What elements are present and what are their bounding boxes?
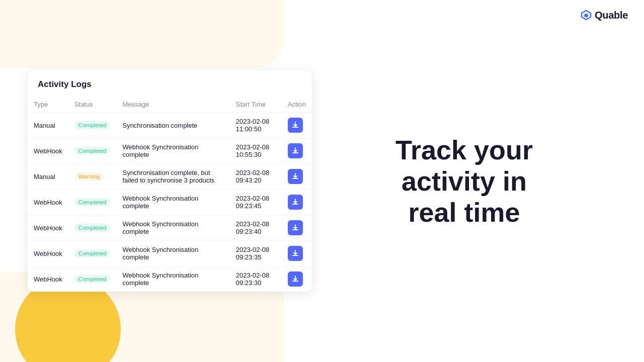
cell-start-time: 2023-02-08 09:23:30	[230, 266, 282, 292]
table-row: WebHookCompletedWebhook Synchronisation …	[28, 266, 312, 292]
table-row: ManualWarningSynchronisation complete, b…	[28, 164, 312, 190]
cell-start-time: 2023-02-08 09:23:45	[230, 190, 282, 215]
table-row: ManualCompletedSynchronisation complete2…	[28, 113, 312, 138]
cell-start-time: 2023-02-08 09:23:40	[230, 215, 282, 241]
table-title: Activity Logs	[28, 70, 312, 97]
cell-start-time: 2023-02-08 09:43:20	[230, 164, 282, 190]
table-row: WebHookCompletedWebhook Synchronisation …	[28, 241, 312, 266]
cell-message: Synchronisation complete, but failed to …	[116, 164, 229, 190]
col-header-start-time: Start Time	[230, 97, 282, 113]
cell-status: Completed	[68, 266, 117, 292]
status-badge: Completed	[74, 121, 111, 129]
main-layout: Activity Logs Type Status Message Start …	[0, 0, 644, 362]
table-row: WebHookCompletedWebhook Synchronisation …	[28, 190, 312, 215]
cell-start-time: 2023-02-08 10:55:30	[230, 138, 282, 164]
status-badge: Completed	[74, 198, 111, 206]
cell-message: Webhook Synchronisation complete	[116, 215, 229, 241]
cell-status: Completed	[68, 113, 117, 138]
hero-line1: Track your	[395, 135, 533, 165]
cell-status: Completed	[68, 241, 117, 266]
logo-text: Quable	[595, 10, 628, 21]
table-row: WebHookCompletedWebhook Synchronisation …	[28, 215, 312, 241]
cell-type: Manual	[28, 113, 68, 138]
status-badge: Warning	[74, 172, 104, 180]
left-panel: Activity Logs Type Status Message Start …	[0, 0, 284, 362]
activity-logs-card: Activity Logs Type Status Message Start …	[28, 70, 312, 292]
hero-line3: real time	[408, 197, 520, 227]
table-row: WebHookCompletedWebhook Synchronisation …	[28, 138, 312, 164]
cell-status: Completed	[68, 138, 117, 164]
col-header-status: Status	[68, 97, 117, 113]
cell-status: Warning	[68, 164, 117, 190]
cell-message: Webhook Synchronisation complete	[116, 266, 229, 292]
right-panel: Track your activity in real time	[284, 0, 644, 362]
status-badge: Completed	[74, 147, 111, 155]
cell-start-time: 2023-02-08 11:00:50	[230, 113, 282, 138]
col-header-message: Message	[116, 97, 229, 113]
cell-status: Completed	[68, 215, 117, 241]
cell-message: Webhook Synchronisation complete	[116, 138, 229, 164]
cell-start-time: 2023-02-08 09:23:35	[230, 241, 282, 266]
cell-message: Webhook Synchronisation complete	[116, 241, 229, 266]
cell-type: Manual	[28, 164, 68, 190]
hero-text: Track your activity in real time	[395, 134, 533, 228]
cell-type: WebHook	[28, 138, 68, 164]
cell-message: Synchronisation complete	[116, 113, 229, 138]
status-badge: Completed	[74, 275, 111, 283]
activity-logs-table: Type Status Message Start Time Action Ma…	[28, 97, 312, 292]
cell-type: WebHook	[28, 190, 68, 215]
cell-type: WebHook	[28, 266, 68, 292]
status-badge: Completed	[74, 224, 111, 232]
logo: Quable	[581, 10, 628, 21]
quable-logo-icon	[581, 10, 592, 21]
cell-type: WebHook	[28, 215, 68, 241]
cell-status: Completed	[68, 190, 117, 215]
cell-message: Webhook Synchronisation complete	[116, 190, 229, 215]
header: Quable	[284, 0, 644, 30]
status-badge: Completed	[74, 249, 111, 257]
col-header-type: Type	[28, 97, 68, 113]
hero-line2: activity in	[401, 166, 527, 196]
cell-type: WebHook	[28, 241, 68, 266]
